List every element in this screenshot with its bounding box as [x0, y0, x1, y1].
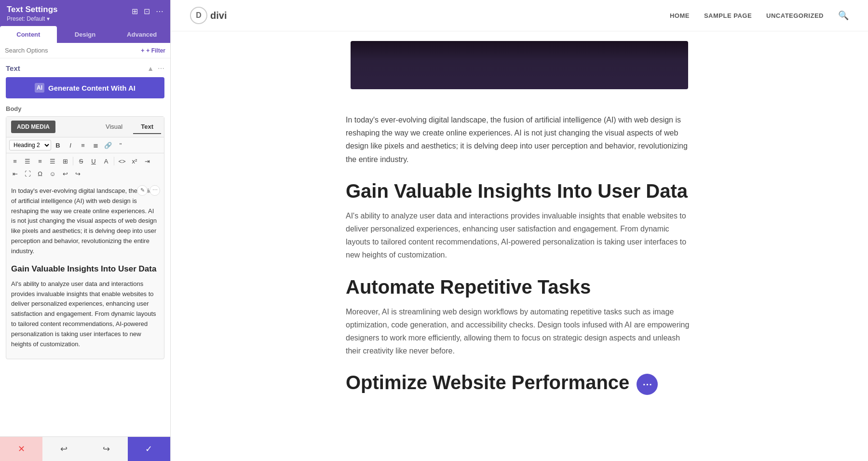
nav-search-icon[interactable]: 🔍: [838, 10, 849, 21]
bold-button[interactable]: B: [52, 139, 64, 151]
redo-button[interactable]: ↪: [85, 437, 128, 461]
collapse-icon[interactable]: ▲: [147, 65, 154, 72]
table-button[interactable]: ⊞: [59, 155, 71, 167]
separator-1: [73, 157, 73, 165]
heading-select[interactable]: Heading 2 Paragraph Heading 1 Heading 3: [9, 140, 51, 150]
logo-icon: D: [190, 7, 207, 24]
section-icons: ▲ ⋯: [147, 65, 164, 72]
fullscreen-button[interactable]: ⛶: [22, 168, 33, 179]
blockquote-button[interactable]: ": [115, 139, 126, 151]
editor-toolbar: ADD MEDIA Visual Text Heading 2 Paragrap…: [6, 116, 164, 359]
panel-header-left: Text Settings Preset: Default ▾: [7, 5, 57, 22]
hero-image: [351, 41, 688, 89]
text-section-header: Text ▲ ⋯: [6, 64, 164, 72]
filter-label: + Filter: [146, 47, 165, 54]
generate-btn-label: Generate Content With AI: [48, 84, 136, 92]
panel-tabs: Content Design Advanced: [0, 26, 170, 43]
content-intro: In today's ever-evolving digital landsca…: [346, 113, 693, 166]
content-heading-3: Optimize Website Performance ⋯: [346, 372, 693, 394]
tab-design[interactable]: Design: [57, 26, 114, 43]
nav-home[interactable]: HOME: [670, 12, 690, 19]
content-para-2: Moreover, AI is streamlining web design …: [346, 305, 693, 358]
nav-sample-page[interactable]: SAMPLE PAGE: [704, 12, 752, 19]
generate-ai-button[interactable]: AI Generate Content With AI: [6, 77, 164, 98]
content-para-1: AI's ability to analyze user data and in…: [346, 209, 693, 262]
tab-advanced[interactable]: Advanced: [113, 26, 170, 43]
filter-button[interactable]: + + Filter: [141, 47, 165, 54]
content-heading-2: Automate Repetitive Tasks: [346, 276, 693, 298]
panel-search: + + Filter: [0, 43, 170, 58]
filter-plus-icon: +: [141, 47, 144, 54]
strikethrough-button[interactable]: S: [75, 155, 87, 167]
align-center-button[interactable]: ☰: [22, 155, 33, 167]
underline-button[interactable]: U: [88, 155, 99, 167]
overlay-edit-icon[interactable]: ✎: [137, 185, 148, 196]
right-panel: D divi HOME SAMPLE PAGE UNCATEGORIZED 🔍 …: [171, 0, 868, 461]
site-nav: D divi HOME SAMPLE PAGE UNCATEGORIZED 🔍: [171, 0, 868, 31]
format-row-2: ≡ ☰ ≡ ☰ ⊞ S U A <> x² ⇥ ⇤ ⛶ Ω ☺ ↩ ↪: [6, 153, 164, 181]
nav-uncategorized[interactable]: UNCATEGORIZED: [766, 12, 824, 19]
italic-button[interactable]: I: [65, 139, 76, 151]
confirm-button[interactable]: ✓: [128, 437, 170, 461]
align-justify-button[interactable]: ☰: [47, 155, 58, 167]
editor-overlay-icons: ✎ ⋯: [137, 185, 160, 196]
editor-para-1: In today's ever-evolving digital landsca…: [11, 186, 159, 257]
editor-content[interactable]: ✎ ⋯ In today's ever-evolving digital lan…: [6, 181, 164, 359]
unordered-list-button[interactable]: ≡: [77, 139, 89, 151]
ordered-list-button[interactable]: ≣: [90, 139, 101, 151]
search-input[interactable]: [5, 47, 141, 54]
layout-icon[interactable]: ⊡: [144, 7, 150, 16]
section-title: Text: [6, 64, 20, 72]
undo-button[interactable]: ↩: [42, 437, 85, 461]
code-button[interactable]: <>: [116, 155, 128, 167]
panel-header-icons: ⊞ ⊡ ⋯: [132, 7, 163, 16]
panel-bottom-bar: ✕ ↩ ↪ ✓: [0, 436, 170, 461]
editor-para-2: AI's ability to analyze user data and in…: [11, 279, 159, 350]
add-media-button[interactable]: ADD MEDIA: [11, 121, 55, 133]
overlay-more-icon[interactable]: ⋯: [149, 185, 160, 196]
panel-content: Text ▲ ⋯ AI Generate Content With AI Bod…: [0, 58, 170, 436]
panel-title: Text Settings: [7, 5, 57, 14]
editor-heading-1: Gain Valuable Insights Into User Data: [11, 262, 159, 275]
separator-2: [114, 157, 114, 165]
cancel-button[interactable]: ✕: [0, 437, 42, 461]
indent-in-button[interactable]: ⇥: [141, 155, 153, 167]
left-panel: Text Settings Preset: Default ▾ ⊞ ⊡ ⋯ Co…: [0, 0, 171, 461]
main-content: In today's ever-evolving digital landsca…: [326, 99, 712, 432]
panel-header: Text Settings Preset: Default ▾ ⊞ ⊡ ⋯: [0, 0, 170, 26]
site-nav-links: HOME SAMPLE PAGE UNCATEGORIZED 🔍: [670, 10, 849, 21]
align-right-button[interactable]: ≡: [34, 155, 46, 167]
link-button[interactable]: 🔗: [102, 139, 114, 151]
site-logo: D divi: [190, 7, 227, 24]
special-char-button[interactable]: Ω: [34, 168, 46, 179]
undo-editor-button[interactable]: ↩: [59, 168, 71, 179]
text-color-button[interactable]: A: [100, 155, 112, 167]
floating-purple-indicator: ⋯: [637, 374, 658, 395]
indent-out-button[interactable]: ⇤: [9, 168, 21, 179]
more-options-icon[interactable]: ⋯: [156, 7, 163, 16]
body-label: Body: [6, 105, 164, 112]
tab-content[interactable]: Content: [0, 26, 57, 43]
editor-tab-visual[interactable]: Visual: [98, 120, 130, 134]
ai-icon: AI: [35, 83, 44, 93]
redo-editor-button[interactable]: ↪: [72, 168, 83, 179]
align-left-button[interactable]: ≡: [9, 155, 21, 167]
section-more-icon[interactable]: ⋯: [158, 65, 164, 72]
logo-text: divi: [210, 10, 227, 21]
editor-tab-text[interactable]: Text: [133, 120, 161, 134]
copy-icon[interactable]: ⊞: [132, 7, 138, 16]
superscript-button[interactable]: x²: [129, 155, 140, 167]
emoji-button[interactable]: ☺: [47, 168, 58, 179]
panel-preset[interactable]: Preset: Default ▾: [7, 15, 57, 22]
format-row-1: Heading 2 Paragraph Heading 1 Heading 3 …: [6, 137, 164, 153]
content-heading-1: Gain Valuable Insights Into User Data: [346, 180, 693, 202]
